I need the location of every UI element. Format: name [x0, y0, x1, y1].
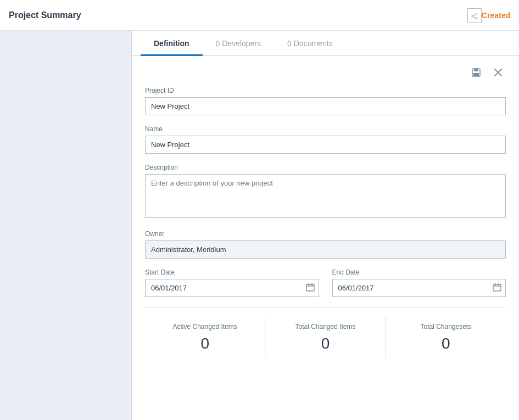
svg-rect-2 [473, 73, 479, 76]
description-label: Description [145, 164, 506, 171]
project-id-field: Project ID [145, 87, 506, 115]
start-date-wrap [145, 279, 319, 297]
stat-total-changed-value: 0 [321, 335, 330, 352]
status-badge: Created [482, 11, 510, 20]
collapse-button[interactable]: ◁ [467, 8, 482, 23]
svg-rect-9 [493, 284, 501, 291]
start-date-label: Start Date [145, 268, 319, 276]
end-date-input[interactable] [332, 279, 506, 297]
date-row: Start Date En [145, 268, 506, 297]
stat-active-value: 0 [200, 335, 209, 352]
description-field: Description [145, 164, 506, 220]
stat-active-changed-items: Active Changed Items 0 [145, 316, 265, 359]
svg-rect-5 [306, 284, 314, 291]
form-area: Project ID Name Description Owner Admini… [132, 56, 519, 420]
stat-total-changed-label: Total Changed Items [295, 323, 355, 331]
section-divider [145, 307, 506, 307]
end-date-field: End Date [332, 268, 506, 297]
tab-documents[interactable]: 0 Documents [274, 31, 346, 56]
name-input[interactable] [145, 136, 506, 154]
stats-row: Active Changed Items 0 Total Changed Ite… [145, 316, 506, 359]
tab-bar: Definition 0 Developers 0 Documents [132, 31, 519, 56]
stat-changesets-value: 0 [442, 335, 450, 352]
start-date-field: Start Date [145, 268, 319, 297]
stat-total-changed-items: Total Changed Items 0 [265, 316, 386, 359]
project-id-label: Project ID [145, 87, 506, 94]
end-date-calendar-icon[interactable] [493, 283, 501, 294]
end-date-wrap [332, 279, 506, 297]
start-date-calendar-icon[interactable] [306, 283, 315, 294]
owner-label: Owner [145, 230, 506, 238]
svg-rect-1 [474, 69, 478, 71]
owner-field: Owner Administrator, Meridium [145, 230, 506, 259]
description-input[interactable] [145, 174, 506, 218]
close-button[interactable] [490, 65, 506, 80]
start-date-input[interactable] [145, 279, 319, 297]
action-icons-bar [145, 63, 506, 80]
name-field: Name [145, 125, 506, 154]
sidebar [0, 31, 132, 420]
page-title: Project Summary [9, 10, 461, 20]
save-button[interactable] [468, 65, 484, 80]
content-area: Definition 0 Developers 0 Documents [132, 31, 519, 420]
owner-value: Administrator, Meridium [145, 240, 506, 259]
tab-developers[interactable]: 0 Developers [203, 31, 275, 56]
project-id-input[interactable] [145, 97, 506, 115]
tab-definition[interactable]: Definition [141, 31, 203, 56]
main-layout: Definition 0 Developers 0 Documents [0, 31, 519, 420]
stat-total-changesets: Total Changesets 0 [386, 316, 506, 359]
stat-active-label: Active Changed Items [172, 323, 237, 331]
end-date-label: End Date [332, 268, 506, 276]
header: Project Summary ◁ Created [0, 0, 519, 31]
name-label: Name [145, 125, 506, 133]
stat-changesets-label: Total Changesets [420, 323, 471, 331]
